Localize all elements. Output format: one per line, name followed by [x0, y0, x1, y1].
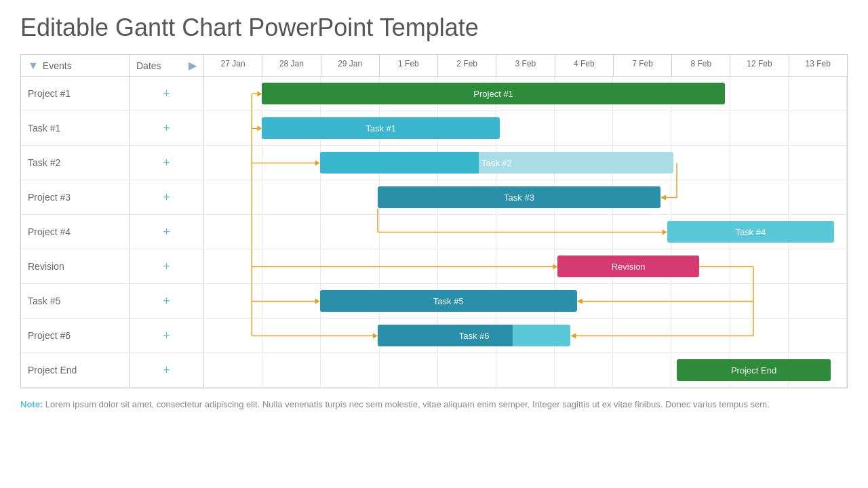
row-chart-area: Revision	[204, 249, 847, 283]
row-chart-area: Project End	[204, 353, 847, 387]
row-add-button[interactable]: +	[130, 111, 204, 145]
gantt-bar: Project End	[677, 359, 831, 381]
date-cell: 4 Feb	[555, 55, 614, 76]
table-row: Project #4+Task #4	[21, 215, 847, 249]
note-text: Lorem ipsum dolor sit amet, consectetur …	[45, 399, 770, 409]
row-label: Project #1	[21, 77, 130, 110]
row-label: Task #5	[21, 284, 130, 318]
row-add-button[interactable]: +	[130, 77, 204, 110]
row-add-button[interactable]: +	[130, 353, 204, 387]
table-row: Project End+Project End	[21, 353, 847, 388]
dates-arrow-icon: ▶	[189, 59, 197, 72]
note-label: Note:	[20, 399, 43, 409]
plus-icon[interactable]: +	[163, 329, 170, 343]
row-add-button[interactable]: +	[130, 215, 204, 249]
table-row: Project #3+Task #3	[21, 180, 847, 215]
sort-icon[interactable]: ▼	[28, 60, 39, 72]
plus-icon[interactable]: +	[163, 87, 170, 101]
date-cell: 7 Feb	[614, 55, 672, 76]
date-cell: 27 Jan	[204, 55, 262, 76]
row-label: Project #4	[21, 215, 130, 249]
row-chart-area: Task #3	[204, 180, 847, 214]
row-chart-area: Task #1	[204, 111, 847, 145]
row-label: Project #3	[21, 180, 130, 214]
table-row: Task #1+Task #1	[21, 111, 847, 146]
row-chart-area: Task #4	[204, 215, 847, 249]
gantt-body: Project #1+Project #1Task #1+Task #1Task…	[21, 77, 847, 388]
table-row: Project #6+Task #6	[21, 319, 847, 353]
dates-label: Dates	[136, 60, 161, 71]
table-row: Revision+Revision	[21, 249, 847, 284]
row-add-button[interactable]: +	[130, 319, 204, 352]
row-label: Revision	[21, 249, 130, 283]
date-cell: 2 Feb	[438, 55, 496, 76]
date-cell: 8 Feb	[672, 55, 730, 76]
row-label: Task #1	[21, 111, 130, 145]
row-add-button[interactable]: +	[130, 284, 204, 318]
row-chart-area: Task #5	[204, 284, 847, 318]
row-add-button[interactable]: +	[130, 180, 204, 214]
date-cell: 29 Jan	[321, 55, 380, 76]
gantt-bar: Task #6	[378, 325, 570, 346]
gantt-bar: Task #4	[667, 221, 834, 243]
table-row: Task #2+Task #2	[21, 146, 847, 180]
plus-icon[interactable]: +	[163, 225, 170, 239]
plus-icon[interactable]: +	[163, 363, 170, 378]
plus-icon[interactable]: +	[163, 156, 170, 170]
row-chart-area: Task #6	[204, 319, 847, 352]
plus-icon[interactable]: +	[163, 121, 170, 136]
table-row: Project #1+Project #1	[21, 77, 847, 111]
row-label: Project End	[21, 353, 130, 387]
date-cell: 3 Feb	[496, 55, 555, 76]
date-cell: 28 Jan	[262, 55, 321, 76]
plus-icon[interactable]: +	[163, 260, 170, 274]
date-columns-header: 27 Jan28 Jan29 Jan1 Feb2 Feb3 Feb4 Feb7 …	[204, 55, 847, 76]
gantt-bar: Task #1	[262, 117, 500, 139]
events-label: Events	[43, 60, 72, 71]
gantt-chart: ▼ Events Dates ▶ 27 Jan28 Jan29 Jan1 Feb…	[20, 54, 848, 388]
row-chart-area: Project #1	[204, 77, 847, 110]
col-events-header: ▼ Events	[21, 55, 130, 76]
gantt-bar: Task #5	[320, 290, 577, 312]
row-add-button[interactable]: +	[130, 146, 204, 180]
note-section: Note: Lorem ipsum dolor sit amet, consec…	[20, 398, 848, 412]
row-label: Project #6	[21, 319, 130, 352]
gantt-bar: Project #1	[262, 83, 725, 104]
gantt-bar: Task #2	[320, 152, 673, 174]
row-label: Task #2	[21, 146, 130, 180]
gantt-bar: Revision	[557, 256, 699, 277]
table-row: Task #5+Task #5	[21, 284, 847, 319]
date-cell: 13 Feb	[789, 55, 847, 76]
plus-icon[interactable]: +	[163, 294, 170, 308]
gantt-bar: Task #3	[378, 186, 660, 208]
plus-icon[interactable]: +	[163, 190, 170, 205]
page-title: Editable Gantt Chart PowerPoint Template	[20, 14, 848, 42]
col-dates-header: Dates ▶	[130, 55, 204, 76]
gantt-header: ▼ Events Dates ▶ 27 Jan28 Jan29 Jan1 Feb…	[21, 55, 847, 77]
date-cell: 1 Feb	[380, 55, 438, 76]
row-add-button[interactable]: +	[130, 249, 204, 283]
row-chart-area: Task #2	[204, 146, 847, 180]
date-cell: 12 Feb	[730, 55, 789, 76]
